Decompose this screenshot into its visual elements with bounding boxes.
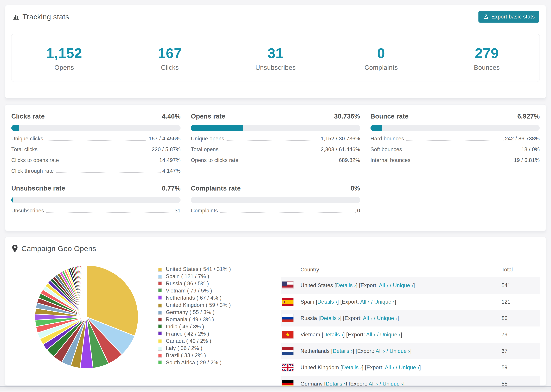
dotted-leader (61, 162, 158, 162)
legend-color-chip (158, 303, 162, 308)
rate-header: Opens rate30.736% (191, 113, 360, 120)
details-link[interactable]: Details › (326, 381, 346, 386)
legend-label: Brazil ( 33 / 2% ) (166, 352, 206, 358)
export-unique-link[interactable]: Unique › (383, 381, 403, 386)
export-basic-stats-button[interactable]: Export basic stats (479, 11, 539, 23)
legend-color-chip (158, 353, 162, 358)
rate-header: Unsubscribe rate0.77% (11, 185, 181, 192)
details-link[interactable]: Details › (323, 332, 343, 338)
legend-color-chip (158, 317, 162, 322)
rate-detail-row: Total opens2,303 / 61.446% (191, 147, 360, 153)
rate-header: Clicks rate4.46% (11, 113, 181, 120)
detail-value: 4.147% (162, 168, 181, 174)
bracket: ] (395, 299, 396, 305)
bracket: ] [ (346, 381, 350, 386)
export-unique-link[interactable]: Unique › (380, 332, 401, 338)
rate-detail-rows: Unique clicks167 / 4.456%Total clicks220… (11, 136, 181, 174)
country-name: Spain (300, 299, 316, 305)
export-label: Export: (360, 282, 379, 288)
slash: / (388, 282, 393, 288)
legend-color-chip (158, 346, 162, 351)
rate-detail-row: Complaints0 (191, 208, 360, 214)
legend-color (158, 354, 162, 357)
country-name: Russia (300, 315, 318, 321)
legend-item: Netherlands ( 67 / 4% ) (158, 294, 231, 301)
rate-progress-fill (370, 125, 382, 131)
table-row-united-kingdom: United Kingdom [Details ›] [Export: All … (281, 359, 540, 376)
summary-value: 1,152 (11, 45, 117, 61)
bracket: ] [ (362, 364, 367, 371)
bracket: ] [ (356, 282, 360, 288)
rate-header: Bounce rate6.927% (370, 113, 540, 120)
export-unique-link[interactable]: Unique › (377, 315, 397, 321)
details-link[interactable]: Details › (333, 348, 353, 354)
rate-detail-rows: Hard bounces242 / 86.738%Soft bounces18 … (370, 136, 540, 163)
summary-label: Complaints (328, 64, 434, 71)
rate-block-complaints-rate: Complaints rate0%Complaints0 (191, 185, 360, 214)
map-pin-icon (12, 245, 18, 253)
summary-label: Unsubscribes (223, 64, 328, 71)
export-all-link[interactable]: All › (366, 332, 376, 338)
geo-body: United States ( 541 / 31% )Spain ( 121 /… (5, 260, 546, 386)
geo-title: Campaign Geo Opens (21, 245, 96, 253)
country-cell: Netherlands [Details ›] [Export: All › /… (300, 348, 411, 354)
total-cell: 121 (502, 299, 510, 305)
legend-color (158, 332, 162, 335)
legend-label: Vietnam ( 79 / 5% ) (166, 288, 212, 294)
dotted-leader (404, 151, 520, 151)
detail-label: Total opens (191, 147, 219, 153)
export-unique-link[interactable]: Unique › (374, 299, 395, 305)
legend-item: Canada ( 40 / 2% ) (158, 337, 231, 345)
legend-item: Germany ( 55 / 3% ) (158, 309, 231, 316)
legend-color (158, 275, 162, 278)
legend-item: United States ( 541 / 31% ) (158, 266, 231, 273)
detail-value: 14.497% (159, 157, 181, 163)
summary-value: 167 (117, 45, 222, 61)
dotted-leader (56, 172, 161, 173)
rate-title: Bounce rate (370, 113, 409, 120)
export-all-link[interactable]: All › (369, 381, 378, 386)
bracket: [ (340, 364, 342, 371)
legend-color-chip (158, 360, 162, 365)
detail-label: Unique clicks (11, 136, 43, 142)
geo-legend: United States ( 541 / 31% )Spain ( 121 /… (158, 266, 231, 366)
legend-color-chip (158, 295, 162, 300)
rate-detail-rows: Complaints0 (191, 208, 360, 214)
legend-item: Italy ( 36 / 2% ) (158, 345, 231, 352)
export-unique-link[interactable]: Unique › (399, 364, 419, 371)
total-column-header: Total (502, 267, 513, 273)
legend-color-chip (158, 331, 162, 336)
detail-label: Unique opens (191, 136, 224, 142)
details-link[interactable]: Details › (342, 364, 362, 371)
dotted-leader (46, 212, 173, 213)
export-all-link[interactable]: All › (360, 299, 370, 305)
details-link[interactable]: Details › (318, 299, 337, 305)
total-cell: 59 (502, 364, 507, 371)
details-link[interactable]: Details › (336, 282, 356, 288)
rate-block-clicks-rate: Clicks rate4.46%Unique clicks167 / 4.456… (11, 113, 181, 174)
details-link[interactable]: Details › (320, 315, 340, 321)
export-all-link[interactable]: All › (379, 282, 389, 288)
slash: / (370, 299, 374, 305)
export-all-link[interactable]: All › (376, 348, 385, 354)
legend-label: Netherlands ( 67 / 4% ) (166, 295, 222, 301)
rate-value: 4.46% (162, 113, 181, 120)
legend-label: United Kingdom ( 59 / 3% ) (166, 302, 231, 308)
export-unique-link[interactable]: Unique › (393, 282, 413, 288)
export-unique-link[interactable]: Unique › (390, 348, 410, 354)
bracket: [ (335, 282, 336, 288)
detail-label: Hard bounces (370, 136, 404, 142)
legend-color (158, 289, 162, 292)
dotted-leader (406, 140, 503, 140)
dotted-leader (221, 151, 319, 151)
legend-label: South Africa ( 29 / 2% ) (166, 359, 222, 366)
legend-color-chip (158, 267, 162, 272)
table-row-vietnam: Vietnam [Details ›] [Export: All › / Uni… (281, 327, 540, 343)
export-label: Export: (345, 315, 363, 321)
rate-progress-fill (11, 125, 19, 131)
rate-value: 0.77% (162, 185, 181, 192)
total-cell: 55 (502, 381, 507, 386)
export-all-link[interactable]: All › (385, 364, 394, 371)
rate-detail-row: Clicks to opens rate14.497% (11, 157, 181, 163)
export-all-link[interactable]: All › (363, 315, 372, 321)
